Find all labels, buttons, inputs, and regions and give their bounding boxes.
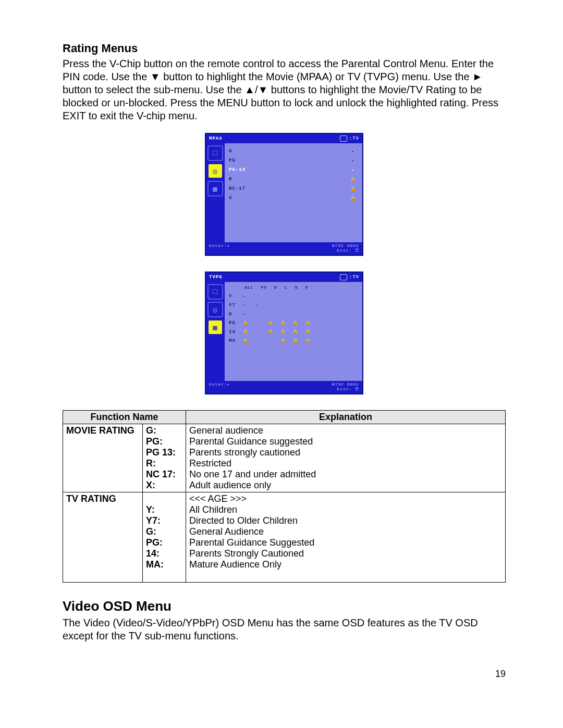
rating-menus-heading: Rating Menus <box>63 42 506 55</box>
mpaa-osd: MPAA :TV □ ◎ ▦ G-PG-PG-13-R🔒NC-17🔒X🔒 Ent… <box>205 133 363 256</box>
tv-rating-label: TV RATING <box>63 492 143 583</box>
tvpg-row[interactable]: PG🔒🔒🔒🔒🔒 <box>229 318 358 327</box>
rating-menus-paragraph: Press the V-Chip button on the remote co… <box>63 57 506 122</box>
sidebar-icon-2[interactable]: ◎ <box>207 302 223 317</box>
enter-hint: Enter:▸ <box>209 382 230 391</box>
movie-codes-cell: G:PG:PG 13:R:NC 17:X: <box>143 424 186 492</box>
enter-hint: Enter:▸ <box>209 243 230 253</box>
sidebar-icon-1[interactable]: □ <box>207 145 223 161</box>
mpaa-row[interactable]: NC-17🔒 <box>229 184 358 193</box>
movie-rating-label: MOVIE RATING <box>63 424 143 492</box>
th-function-name: Function Name <box>63 411 186 424</box>
tvpg-row[interactable]: Y- <box>229 292 358 301</box>
osd-title: TVPG <box>209 275 223 280</box>
tvpg-row[interactable]: MA🔒🔒🔒🔒 <box>229 336 358 345</box>
mpaa-row[interactable]: R🔒 <box>229 175 358 184</box>
input-icon <box>340 274 347 280</box>
status-text: NTSC 60Hz <box>332 243 359 248</box>
tv-label: :TV <box>349 275 359 280</box>
tv-descs-cell: <<< AGE >>>All ChildrenDirected to Older… <box>186 492 506 583</box>
tvpg-col-header: L <box>285 285 288 290</box>
exit-hint: Exit: ☰ <box>332 248 359 253</box>
movie-descs-cell: General audienceParental Guidance sugges… <box>186 424 506 492</box>
tvpg-row[interactable]: Y7-- <box>229 301 358 310</box>
tv-codes-cell: Y:Y7:G:PG:14:MA: <box>143 492 186 583</box>
exit-hint: Exit: ☰ <box>332 387 359 391</box>
tvpg-col-header: V <box>305 285 308 290</box>
mpaa-row[interactable]: G- <box>229 146 358 156</box>
tvpg-osd: TVPG :TV □ ◎ ▦ ALLFVDLSV Y-Y7--G-PG🔒🔒🔒🔒🔒… <box>205 272 363 394</box>
status-text: NTSC 60Hz <box>332 382 359 387</box>
tvpg-col-header: S <box>295 285 298 290</box>
th-explanation: Explanation <box>186 411 506 424</box>
sidebar-icon-2-selected[interactable]: ◎ <box>207 163 223 179</box>
tvpg-col-header: ALL <box>244 285 253 290</box>
osd-title: MPAA <box>209 136 223 141</box>
input-icon <box>340 135 347 142</box>
tvpg-row[interactable]: 14🔒🔒🔒🔒🔒 <box>229 327 358 336</box>
function-table: Function Name Explanation MOVIE RATING G… <box>63 410 506 583</box>
tvpg-col-header: D <box>274 285 277 290</box>
sidebar-icon-1[interactable]: □ <box>207 284 223 300</box>
video-osd-heading: Video OSD Menu <box>63 598 506 614</box>
tvpg-row[interactable]: G- <box>229 310 358 318</box>
tvpg-col-header: FV <box>261 285 267 290</box>
mpaa-row[interactable]: X🔒 <box>229 193 358 203</box>
mpaa-row[interactable]: PG-13- <box>229 165 358 175</box>
video-osd-paragraph: The Video (Video/S-Video/YPbPr) OSD Menu… <box>63 616 506 643</box>
mpaa-row[interactable]: PG- <box>229 156 358 165</box>
sidebar-icon-3[interactable]: ▦ <box>207 181 223 196</box>
tv-label: :TV <box>349 136 359 141</box>
sidebar-icon-3-selected[interactable]: ▦ <box>207 319 223 335</box>
page-number: 19 <box>63 653 506 680</box>
